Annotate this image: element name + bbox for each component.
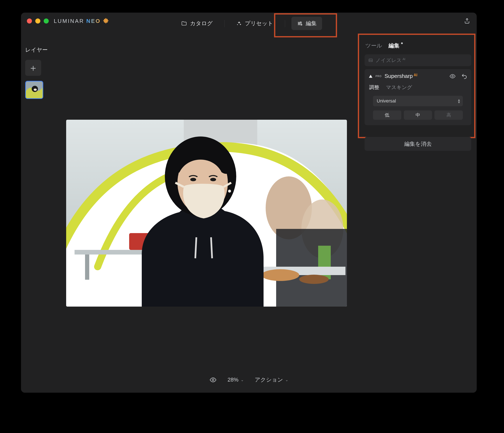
- minimize-window[interactable]: [35, 18, 40, 24]
- zoom-value: 28%: [227, 377, 238, 383]
- separator: [225, 20, 225, 27]
- strength-segmented: 低 中 高: [373, 110, 463, 120]
- supersharp-controls: Universal ▴▾ 低 中 高: [365, 96, 471, 120]
- svg-point-1: [299, 23, 300, 24]
- share-icon: [464, 18, 470, 24]
- subtab-adjust[interactable]: 調整: [369, 84, 379, 91]
- chevron-updown-icon: ▴▾: [458, 99, 460, 104]
- svg-point-22: [190, 178, 196, 181]
- supersharp-subtabs: 調整 マスキング: [365, 82, 471, 96]
- clear-edits-button[interactable]: 編集を消去: [365, 137, 471, 151]
- tool-supersharp: PRO SupersharpAI 調整 マスキング Universal ▴▾ 低: [365, 69, 471, 125]
- svg-point-23: [210, 178, 216, 181]
- nav-presets[interactable]: プリセット: [231, 17, 279, 30]
- tab-edits[interactable]: 編集: [388, 42, 399, 49]
- extensions-icon[interactable]: [103, 18, 109, 24]
- nav-edit[interactable]: 編集: [291, 17, 322, 30]
- svg-point-27: [212, 379, 214, 381]
- layer-thumbnail[interactable]: [25, 81, 43, 99]
- layers-title: レイヤー: [25, 46, 50, 54]
- svg-point-0: [300, 22, 301, 23]
- tool-noisless[interactable]: ノイズレスAI: [365, 54, 471, 66]
- svg-point-26: [452, 75, 453, 77]
- chevron-down-icon: ⌄: [285, 378, 288, 382]
- supersharp-label: SupersharpAI: [385, 73, 417, 79]
- share-button[interactable]: [464, 18, 470, 25]
- nav-catalog[interactable]: カタログ: [176, 17, 218, 30]
- noisless-label: ノイズレスAI: [376, 57, 405, 64]
- supersharp-header[interactable]: PRO SupersharpAI: [365, 69, 471, 82]
- add-layer-button[interactable]: ＋: [25, 60, 41, 76]
- right-panel: ツール 編集 ノイズレスAI PRO SupersharpAI 調整: [365, 40, 471, 151]
- subtab-masking[interactable]: マスキング: [386, 84, 412, 91]
- svg-point-2: [301, 24, 302, 25]
- nav-edit-label: 編集: [306, 20, 317, 27]
- nav-catalog-label: カタログ: [190, 20, 213, 27]
- zoom-dropdown[interactable]: 28% ⌄: [227, 377, 243, 383]
- chevron-down-icon: ⌄: [241, 378, 244, 382]
- strength-high[interactable]: 高: [434, 110, 463, 120]
- mode-select-value: Universal: [377, 98, 396, 104]
- image-canvas[interactable]: [66, 120, 347, 307]
- sliders-icon: [297, 21, 303, 27]
- panel-tabs: ツール 編集: [365, 40, 471, 51]
- svg-point-19: [299, 275, 329, 284]
- visibility-icon[interactable]: [450, 73, 456, 79]
- pro-badge: PRO: [376, 75, 382, 78]
- tab-tools[interactable]: ツール: [365, 42, 382, 49]
- brand-name: LUMINAR: [54, 18, 84, 24]
- image-icon: [368, 58, 373, 63]
- action-label: アクション: [255, 376, 283, 383]
- brand-sub: NEO: [86, 18, 101, 24]
- nav-presets-label: プリセット: [245, 20, 273, 27]
- svg-point-18: [261, 269, 299, 281]
- action-dropdown[interactable]: アクション ⌄: [255, 376, 288, 383]
- svg-point-5: [34, 88, 37, 91]
- window-controls: [27, 18, 49, 24]
- top-nav: カタログ プリセット 編集: [176, 17, 322, 30]
- mode-select[interactable]: Universal ▴▾: [373, 96, 463, 106]
- close-window[interactable]: [27, 18, 32, 24]
- svg-rect-10: [85, 254, 89, 280]
- layers-panel: レイヤー ＋: [25, 46, 50, 99]
- fullscreen-window[interactable]: [44, 18, 49, 24]
- strength-mid[interactable]: 中: [404, 110, 432, 120]
- supersharp-icon: [368, 74, 373, 79]
- svg-point-24: [228, 190, 231, 193]
- preview-icon[interactable]: [209, 376, 216, 383]
- app-logo: LUMINAR NEO: [54, 18, 109, 24]
- app-window: LUMINAR NEO カタログ プリセット 編集 レイヤー ＋: [21, 13, 477, 393]
- strength-low[interactable]: 低: [373, 110, 401, 120]
- folder-icon: [181, 21, 187, 27]
- undo-icon[interactable]: [461, 73, 468, 79]
- bottom-toolbar: 28% ⌄ アクション ⌄: [209, 376, 288, 383]
- sparkle-icon: [236, 21, 242, 26]
